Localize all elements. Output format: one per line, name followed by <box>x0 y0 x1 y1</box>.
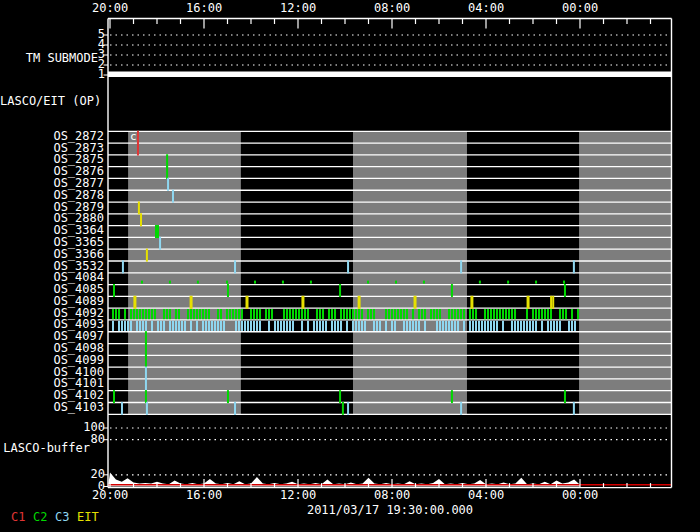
dense-event-bar <box>439 321 441 331</box>
dense-event-bar <box>403 309 405 319</box>
dense-event-bar <box>181 321 183 331</box>
event-mark <box>167 178 169 191</box>
dense-event-bar <box>364 321 366 331</box>
dense-event-bar <box>535 309 537 319</box>
event-mark <box>358 296 361 309</box>
dense-event-bar <box>208 309 210 319</box>
dense-event-bar <box>463 321 465 331</box>
dense-event-bar <box>535 321 537 331</box>
dense-event-bar <box>562 309 564 319</box>
dense-event-bar <box>259 321 261 331</box>
dense-event-bar <box>352 321 354 331</box>
dense-event-bar <box>277 321 279 331</box>
dense-event-bar <box>559 309 561 319</box>
dense-event-bar <box>322 309 324 319</box>
dense-event-bar <box>223 321 225 331</box>
event-mark <box>414 296 417 309</box>
dense-event-bar <box>469 309 471 319</box>
event-mark <box>347 402 349 415</box>
dense-event-bar <box>283 321 285 331</box>
dense-event-bar <box>418 321 420 331</box>
dense-event-bar <box>556 321 558 331</box>
dense-event-bar <box>220 321 222 331</box>
dense-event-bar <box>379 321 381 331</box>
dense-event-bar <box>346 309 348 319</box>
dense-event-bar <box>124 309 126 319</box>
dense-event-bar <box>202 309 204 319</box>
dense-event-bar <box>157 321 159 331</box>
event-mark <box>137 142 139 155</box>
event-mark <box>146 249 148 262</box>
dense-event-bar <box>337 321 339 331</box>
dense-event-bar <box>394 309 396 319</box>
event-mark <box>246 296 249 309</box>
dense-event-bar <box>136 321 138 331</box>
dense-event-bar <box>463 309 465 319</box>
event-dot <box>141 281 143 284</box>
event-mark <box>573 260 575 273</box>
dense-event-bar <box>430 309 432 319</box>
dense-event-bar <box>325 321 327 331</box>
dense-event-bar <box>412 321 414 331</box>
dense-event-bar <box>319 309 321 319</box>
lasco-eit-panel-label: LASCO/EIT (OP) <box>0 95 99 108</box>
event-mark <box>564 390 566 403</box>
dense-event-bar <box>493 309 495 319</box>
dense-event-bar <box>151 321 153 331</box>
dense-event-bar <box>256 309 258 319</box>
event-dot <box>282 281 284 284</box>
dense-event-bar <box>175 321 177 331</box>
event-dot <box>507 281 509 284</box>
dense-event-bar <box>526 309 528 319</box>
telemetry-timeline-screen: 20:0016:0012:0008:0004:0000:00 TM SUBMOD… <box>0 0 700 532</box>
dense-event-bar <box>385 321 387 331</box>
dense-event-bar <box>349 309 351 319</box>
dense-event-bar <box>250 321 252 331</box>
dense-event-bar <box>235 321 237 331</box>
tm-y-tick-label: 1 <box>0 68 105 81</box>
dense-event-bar <box>202 321 204 331</box>
dense-event-bar <box>514 321 516 331</box>
dense-event-bar <box>433 309 435 319</box>
event-mark <box>552 296 554 309</box>
event-mark <box>138 201 140 214</box>
dense-event-bar <box>484 321 486 331</box>
top-time-tick-label: 08:00 <box>374 2 410 15</box>
top-time-tick-label: 00:00 <box>562 2 598 15</box>
event-mark <box>573 402 575 415</box>
dense-event-bar <box>499 309 501 319</box>
top-time-tick-label: 04:00 <box>468 2 504 15</box>
legend-item-eit: EIT <box>77 511 99 524</box>
dense-event-bar <box>457 321 459 331</box>
dense-event-bar <box>304 309 306 319</box>
dense-event-bar <box>142 309 144 319</box>
dense-event-bar <box>373 321 375 331</box>
dense-event-bar <box>424 321 426 331</box>
dense-event-bar <box>253 309 255 319</box>
dense-event-bar <box>112 321 114 331</box>
dense-event-bar <box>523 321 525 331</box>
dense-event-bar <box>229 309 231 319</box>
dense-event-bar <box>226 309 228 319</box>
dense-event-bar <box>502 309 504 319</box>
dense-event-bar <box>376 321 378 331</box>
dense-event-bar <box>391 309 393 319</box>
dense-event-bar <box>118 321 120 331</box>
dense-event-bar <box>340 309 342 319</box>
dense-event-bar <box>487 309 489 319</box>
dense-event-bar <box>163 309 165 319</box>
dense-event-bar <box>454 309 456 319</box>
dense-event-bar <box>442 321 444 331</box>
dense-event-bar <box>394 321 396 331</box>
dense-event-bar <box>493 321 495 331</box>
dense-event-bar <box>145 321 147 331</box>
dense-event-bar <box>268 321 270 331</box>
dense-event-bar <box>154 309 156 319</box>
dense-event-bar <box>481 321 483 331</box>
event-dot <box>367 281 369 284</box>
dense-event-bar <box>559 321 561 331</box>
dense-event-bar <box>541 321 543 331</box>
dense-event-bar <box>355 309 357 319</box>
dense-event-bar <box>532 321 534 331</box>
event-dot <box>395 281 397 284</box>
